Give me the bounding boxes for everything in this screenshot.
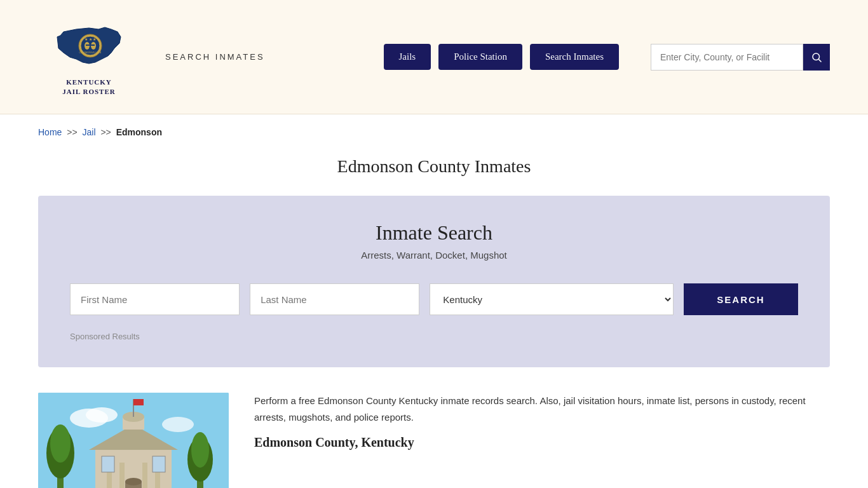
breadcrumb-current: Edmonson (116, 127, 162, 137)
page-title-area: Edmonson County Inmates (0, 150, 868, 196)
logo-area: ★ ★ ★ COMMONWEALTH KENTUCKY JAIL ROSTER (38, 18, 140, 96)
content-description: Perform a free Edmonson County Kentucky … (254, 393, 830, 425)
svg-point-18 (191, 432, 209, 468)
search-form-row: AlabamaAlaskaArizonaArkansasCaliforniaCo… (70, 283, 798, 315)
logo-text: KENTUCKY JAIL ROSTER (62, 78, 115, 96)
svg-text:COMMONWEALTH: COMMONWEALTH (79, 51, 102, 54)
state-select[interactable]: AlabamaAlaskaArizonaArkansasCaliforniaCo… (430, 283, 674, 315)
page-title: Edmonson County Inmates (38, 156, 830, 177)
content-sub-heading: Edmonson County, Kentucky (254, 435, 830, 450)
svg-rect-33 (153, 456, 165, 472)
breadcrumb: Home >> Jail >> Edmonson (38, 127, 830, 137)
svg-point-15 (50, 424, 71, 463)
site-title: SEARCH INMATES (165, 52, 265, 62)
inmate-search-subtitle: Arrests, Warrant, Docket, Mugshot (70, 250, 798, 261)
svg-rect-32 (102, 456, 114, 472)
inmate-search-panel: Inmate Search Arrests, Warrant, Docket, … (38, 196, 830, 367)
svg-point-12 (162, 417, 194, 432)
breadcrumb-jail[interactable]: Jail (83, 127, 96, 137)
police-station-button[interactable]: Police Station (438, 44, 522, 70)
logo-image: ★ ★ ★ COMMONWEALTH (51, 18, 127, 75)
svg-text:★ ★ ★: ★ ★ ★ (85, 37, 96, 41)
site-header: ★ ★ ★ COMMONWEALTH KENTUCKY JAIL ROSTER … (0, 0, 868, 114)
header-search-button[interactable] (803, 44, 830, 71)
inmate-search-button[interactable]: SEARCH (684, 283, 798, 315)
breadcrumb-sep1: >> (67, 127, 77, 137)
svg-line-8 (818, 59, 821, 62)
inmate-search-title: Inmate Search (70, 221, 798, 245)
content-text-area: Perform a free Edmonson County Kentucky … (254, 393, 830, 450)
svg-rect-4 (86, 44, 95, 46)
breadcrumb-home[interactable]: Home (38, 127, 62, 137)
svg-point-31 (125, 478, 142, 485)
sponsored-label: Sponsored Results (70, 330, 798, 342)
breadcrumb-area: Home >> Jail >> Edmonson (0, 114, 868, 150)
svg-rect-27 (119, 463, 125, 488)
breadcrumb-sep2: >> (100, 127, 111, 137)
header-search-bar (651, 44, 830, 71)
svg-point-11 (86, 407, 118, 423)
content-section: Perform a free Edmonson County Kentucky … (0, 367, 868, 488)
first-name-input[interactable] (70, 283, 240, 315)
main-nav: Jails Police Station Search Inmates (384, 44, 619, 70)
svg-point-7 (813, 53, 820, 60)
svg-rect-25 (133, 399, 144, 405)
svg-rect-28 (142, 463, 147, 488)
search-inmates-button[interactable]: Search Inmates (530, 44, 619, 70)
content-image (38, 393, 229, 488)
header-search-input[interactable] (651, 44, 803, 71)
last-name-input[interactable] (250, 283, 419, 315)
jails-button[interactable]: Jails (384, 44, 431, 70)
search-icon (811, 51, 822, 63)
